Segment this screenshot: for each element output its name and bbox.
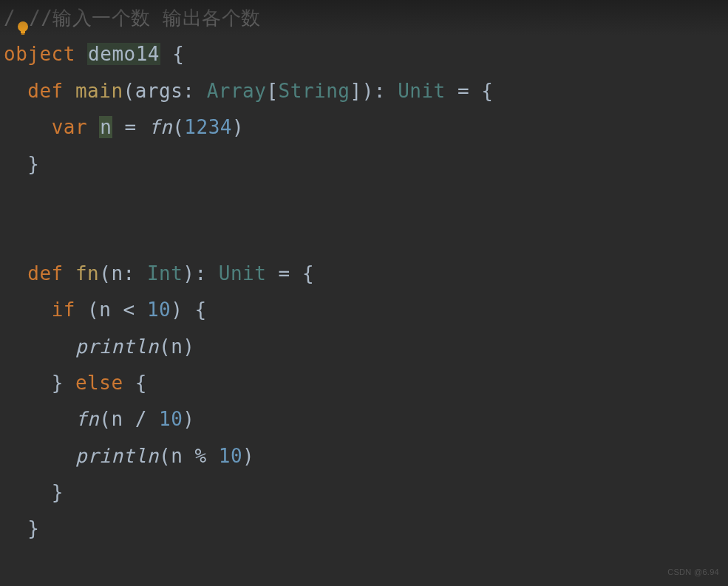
code-line[interactable]: def main(args: Array[String]): Unit = { bbox=[4, 73, 728, 109]
if-keyword: if bbox=[52, 299, 75, 321]
code-line[interactable]: var n = fn(1234) bbox=[4, 109, 728, 146]
code-editor[interactable]: ///输入一个数 输出各个数 object demo14 { def main(… bbox=[0, 0, 728, 548]
else-keyword: else bbox=[75, 372, 123, 394]
fn-call: fn bbox=[149, 116, 172, 138]
method-name: main bbox=[75, 80, 123, 102]
code-line[interactable]: } else { bbox=[4, 365, 728, 401]
code-line[interactable] bbox=[4, 219, 728, 255]
println-call: println bbox=[75, 335, 159, 358]
var-name: n bbox=[99, 116, 112, 138]
code-content: ///输入一个数 输出各个数 object demo14 { def main(… bbox=[0, 0, 728, 548]
intention-bulb-icon[interactable] bbox=[14, 13, 27, 26]
svg-point-0 bbox=[18, 21, 28, 32]
def-keyword: def bbox=[27, 262, 63, 285]
svg-rect-2 bbox=[21, 33, 25, 35]
code-line[interactable] bbox=[4, 183, 728, 219]
number-literal: 1234 bbox=[184, 116, 232, 138]
code-line[interactable]: object demo14 { bbox=[4, 36, 728, 72]
number-literal: 10 bbox=[159, 408, 183, 430]
code-line[interactable]: println(n) bbox=[4, 329, 728, 365]
code-line[interactable]: } bbox=[4, 511, 728, 547]
watermark-text: CSDN @6.94 bbox=[667, 565, 719, 580]
object-keyword: object bbox=[4, 43, 75, 65]
code-line[interactable]: if (n < 10) { bbox=[4, 292, 728, 328]
def-keyword: def bbox=[27, 80, 63, 102]
println-call: println bbox=[75, 445, 159, 467]
code-line[interactable]: fn(n / 10) bbox=[4, 401, 728, 437]
method-name: fn bbox=[75, 262, 99, 285]
var-keyword: var bbox=[52, 116, 87, 138]
object-identifier: demo14 bbox=[87, 43, 160, 65]
number-literal: 10 bbox=[219, 445, 242, 467]
code-line[interactable]: ///输入一个数 输出各个数 bbox=[4, 0, 728, 36]
code-line[interactable]: } bbox=[4, 146, 728, 183]
code-line[interactable]: println(n % 10) bbox=[4, 438, 728, 474]
code-line[interactable]: def fn(n: Int): Unit = { bbox=[4, 256, 728, 292]
svg-rect-1 bbox=[21, 30, 25, 33]
number-literal: 10 bbox=[147, 299, 171, 321]
comment-text: //输入一个数 输出各个数 bbox=[29, 7, 260, 29]
code-line[interactable]: } bbox=[4, 474, 728, 511]
fn-call: fn bbox=[75, 408, 99, 430]
